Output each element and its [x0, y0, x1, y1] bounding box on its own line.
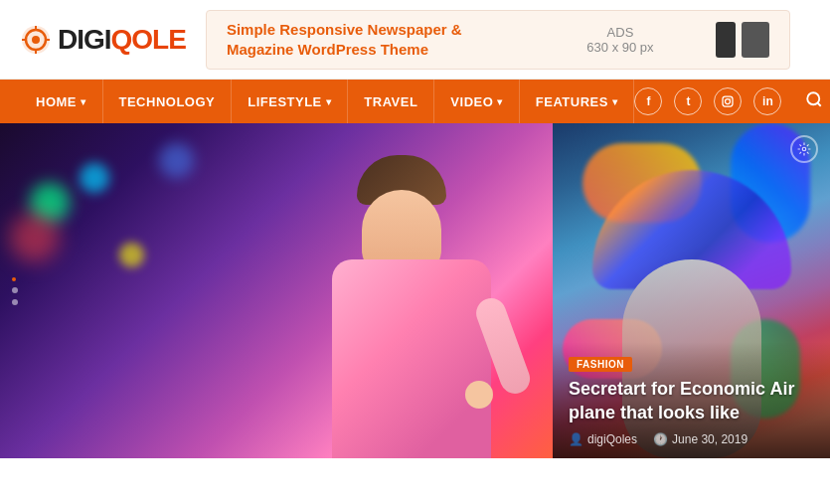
fashion-badge[interactable]: FASHION	[569, 357, 632, 372]
ad-text: Simple Responsive Newspaper & Magazine W…	[227, 20, 525, 59]
slide-dot-1[interactable]	[12, 277, 16, 281]
author-name: digiQoles	[587, 432, 637, 446]
chevron-down-icon: ▾	[326, 96, 332, 107]
gear-icon	[797, 142, 811, 156]
ad-banner: Simple Responsive Newspaper & Magazine W…	[206, 10, 790, 70]
ad-label: ADS 630 x 90 px	[586, 25, 653, 55]
nav-items: HOME ▾ TECHNOLOGY LIFESTYLE ▾ TRAVEL VID…	[20, 80, 634, 123]
nav-item-video[interactable]: VIDEO ▾	[434, 80, 519, 123]
site-header: DIGIQOLE Simple Responsive Newspaper & M…	[0, 0, 830, 80]
linkedin-icon[interactable]: in	[753, 87, 781, 115]
hero-person	[213, 140, 531, 458]
slide-dot-3[interactable]	[12, 299, 18, 305]
hero-background	[0, 123, 553, 458]
search-button[interactable]	[805, 90, 823, 112]
logo-digi-text: DIGI	[58, 24, 111, 56]
twitter-icon[interactable]: t	[674, 87, 702, 115]
bokeh-blue2	[159, 143, 194, 178]
settings-icon[interactable]	[790, 135, 818, 163]
svg-point-10	[808, 92, 820, 104]
hero-image[interactable]	[0, 123, 553, 458]
ad-device-illustration	[716, 22, 769, 58]
logo-qole-text: QOLE	[111, 24, 186, 56]
site-logo[interactable]: DIGIQOLE	[20, 24, 186, 56]
svg-point-12	[802, 147, 806, 151]
logo-icon	[20, 24, 52, 56]
article-meta: 👤 digiQoles 🕐 June 30, 2019	[569, 432, 814, 446]
date-meta: 🕐 June 30, 2019	[653, 432, 747, 446]
bokeh-red	[10, 213, 60, 262]
svg-line-11	[818, 102, 821, 105]
instagram-icon[interactable]	[714, 87, 742, 115]
nav-item-home[interactable]: HOME ▾	[20, 80, 103, 123]
facebook-icon[interactable]: f	[634, 87, 662, 115]
person-body	[312, 180, 511, 458]
nav-features-label: FEATURES	[536, 94, 608, 109]
svg-point-9	[731, 98, 732, 99]
slide-indicators	[12, 277, 18, 305]
nav-item-technology[interactable]: TECHNOLOGY	[103, 80, 233, 123]
bokeh-blue	[80, 163, 109, 193]
nav-item-travel[interactable]: TRAVEL	[348, 80, 434, 123]
person-hand	[465, 381, 493, 409]
svg-rect-7	[723, 96, 733, 106]
bokeh-yellow	[119, 243, 144, 267]
clock-icon: 🕐	[653, 432, 668, 446]
article-date: June 30, 2019	[672, 432, 747, 446]
person-shirt	[332, 259, 491, 458]
nav-home-label: HOME	[36, 94, 77, 109]
article-title[interactable]: Secretart for Economic Air plane that lo…	[569, 378, 814, 424]
author-meta: 👤 digiQoles	[569, 432, 637, 446]
nav-item-features[interactable]: FEATURES ▾	[520, 80, 635, 123]
chevron-down-icon: ▾	[497, 96, 503, 107]
article-overlay: FASHION Secretart for Economic Air plane…	[553, 342, 830, 458]
svg-point-2	[32, 36, 40, 44]
main-nav: HOME ▾ TECHNOLOGY LIFESTYLE ▾ TRAVEL VID…	[0, 80, 830, 123]
nav-travel-label: TRAVEL	[364, 94, 417, 109]
right-panel: FASHION Secretart for Economic Air plane…	[553, 123, 830, 458]
svg-point-8	[726, 99, 731, 104]
ad-dimensions: 630 x 90 px	[586, 40, 653, 55]
slide-dot-2[interactable]	[12, 287, 18, 293]
user-icon: 👤	[569, 432, 583, 446]
nav-item-lifestyle[interactable]: LIFESTYLE ▾	[232, 80, 348, 123]
main-content: FASHION Secretart for Economic Air plane…	[0, 123, 830, 458]
ad-size-text: ADS	[586, 25, 653, 40]
social-links: f t in	[634, 87, 823, 115]
nav-video-label: VIDEO	[450, 94, 493, 109]
chevron-down-icon: ▾	[612, 96, 618, 107]
nav-lifestyle-label: LIFESTYLE	[248, 94, 322, 109]
chevron-down-icon: ▾	[81, 96, 86, 107]
phone-icon	[716, 22, 736, 58]
nav-technology-label: TECHNOLOGY	[119, 94, 216, 109]
tablet-icon	[742, 22, 769, 58]
instagram-svg	[722, 95, 734, 107]
search-icon	[805, 90, 823, 108]
